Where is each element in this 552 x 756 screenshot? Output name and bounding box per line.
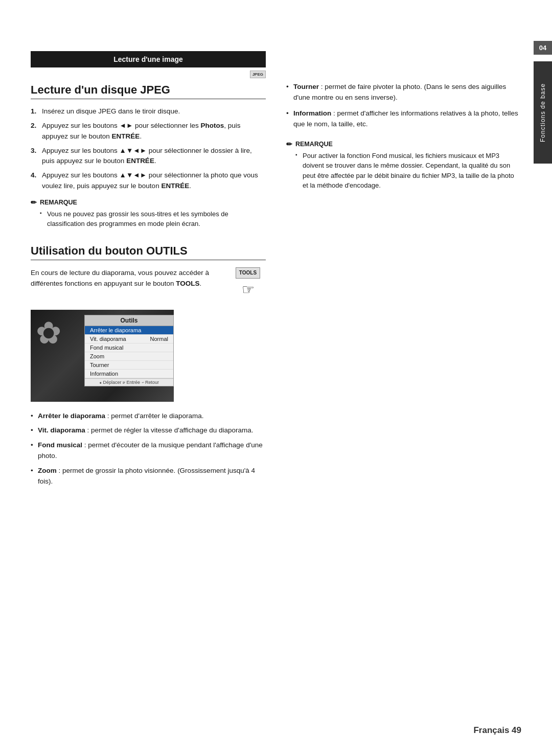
menu-item-arreter: Arrêter le diaporama [85,326,173,335]
page-footer: Français 49 [473,725,521,736]
tools-button-visual: TOOLS ☞ [230,267,266,302]
step-1: 1. Insérez un disque JPEG dans le tiroir… [31,106,266,117]
tools-intro-text: En cours de lecture du diaporama, vous p… [31,267,222,289]
menu-item-zoom: Zoom [85,352,173,361]
step-3: 3. Appuyez sur les boutons ▲▼◄► pour sél… [31,146,266,167]
footer-language: Français [473,725,512,735]
menu-item-vit: Vit. diaporama Normal [85,335,173,343]
remarque-item-2: Pour activer la fonction Fond musical, l… [295,151,521,191]
tools-button-label: TOOLS [236,267,260,279]
pencil-icon-2: ✏ [286,140,292,148]
steps-list: 1. Insérez un disque JPEG dans le tiroir… [31,106,266,191]
section-title-outils: Utilisation du bouton OUTILS [31,244,266,260]
jpeg-icon-container: JPEG [31,71,266,78]
tools-bullet-list: Arrêter le diaporama : permet d'arrêter … [31,411,266,488]
menu-item-information: Information [85,370,173,378]
bullet-zoom: Zoom : permet de grossir la photo vision… [31,466,266,487]
menu-overlay: Outils Arrêter le diaporama Vit. diapora… [84,315,174,386]
menu-item-tourner: Tourner [85,361,173,370]
pencil-icon-1: ✏ [31,198,37,207]
jpeg-icon: JPEG [250,71,266,78]
left-column: Lecture d'une image JPEG Lecture d'un di… [31,51,266,705]
page-number: 49 [512,725,521,735]
remarque-title-1: ✏ REMARQUE [31,198,266,207]
right-bullet-list: Tourner : permet de faire pivoter la pho… [286,82,521,130]
remarque-content-2: Pour activer la fonction Fond musical, l… [286,151,521,191]
flower-decoration: ✿ [36,315,61,351]
menu-item-fond: Fond musical [85,343,173,352]
bullet-vit: Vit. diaporama : permet de régler la vit… [31,425,266,436]
step-2: 2. Appuyez sur les boutons ◄► pour sélec… [31,121,266,142]
bullet-fond: Fond musical : permet d'écouter de la mu… [31,440,266,462]
tools-intro: En cours de lecture du diaporama, vous p… [31,267,266,302]
right-bullet-tourner: Tourner : permet de faire pivoter la pho… [286,82,521,103]
chapter-label: Fonctions de base [534,61,552,164]
remarque-block-1: ✏ REMARQUE Vous ne pouvez pas grossir le… [31,198,266,229]
chapter-number: 04 [534,41,552,55]
remarque-item-1: Vous ne pouvez pas grossir les sous-titr… [40,209,266,229]
remarque-content-1: Vous ne pouvez pas grossir les sous-titr… [31,209,266,229]
right-column-top: Tourner : permet de faire pivoter la pho… [286,82,521,191]
step-4: 4. Appuyez sur les boutons ▲▼◄► pour sél… [31,170,266,191]
right-bullet-information: Information : permet d'afficher les info… [286,108,521,130]
remarque-title-2: ✏ REMARQUE [286,140,521,148]
screenshot-container: ✿ Outils Arrêter le diaporama Vit. diapo… [31,310,174,402]
remarque-block-2: ✏ REMARQUE Pour activer la fonction Fond… [286,140,521,191]
banner-text: Lecture d'une image [113,55,183,63]
utilisation-section: Utilisation du bouton OUTILS En cours de… [31,244,266,487]
header-banner: Lecture d'une image [31,51,266,67]
section-title-jpeg: Lecture d'un disque JPEG [31,83,266,99]
right-column: Tourner : permet de faire pivoter la pho… [286,51,521,705]
main-layout: Lecture d'une image JPEG Lecture d'un di… [0,31,552,725]
page-container: 04 Fonctions de base Lecture d'une image… [0,0,552,756]
menu-footer: ⬥ Déplacer ☞ Entrée ↩ Retour [85,378,173,386]
menu-title: Outils [85,315,173,326]
bullet-arreter: Arrêter le diaporama : permet d'arrêter … [31,411,266,422]
hand-pointer-icon: ☞ [242,279,255,302]
